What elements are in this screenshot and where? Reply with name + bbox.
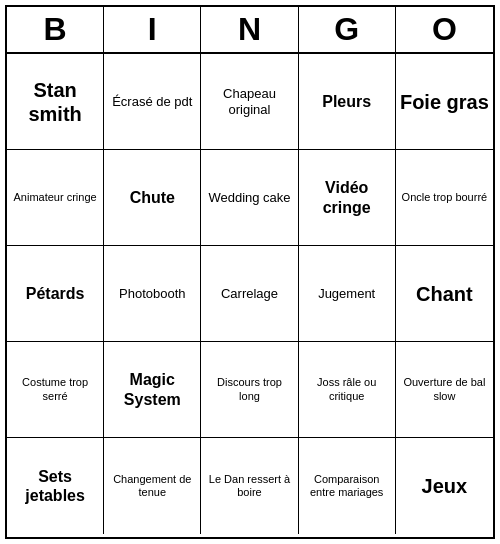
header-b: B	[7, 7, 104, 52]
cell-8[interactable]: Vidéo cringe	[299, 150, 396, 246]
cell-5[interactable]: Animateur cringe	[7, 150, 104, 246]
cell-13[interactable]: Jugement	[299, 246, 396, 342]
header-n: N	[201, 7, 298, 52]
header-i: I	[104, 7, 201, 52]
cell-6[interactable]: Chute	[104, 150, 201, 246]
cell-22[interactable]: Le Dan ressert à boire	[201, 438, 298, 534]
cell-17[interactable]: Discours trop long	[201, 342, 298, 438]
cell-20[interactable]: Sets jetables	[7, 438, 104, 534]
cell-14[interactable]: Chant	[396, 246, 493, 342]
cell-21[interactable]: Changement de tenue	[104, 438, 201, 534]
cell-16[interactable]: Magic System	[104, 342, 201, 438]
cell-4[interactable]: Foie gras	[396, 54, 493, 150]
cell-15[interactable]: Costume trop serré	[7, 342, 104, 438]
cell-12[interactable]: Carrelage	[201, 246, 298, 342]
cell-24[interactable]: Jeux	[396, 438, 493, 534]
cell-0[interactable]: Stan smith	[7, 54, 104, 150]
cell-7[interactable]: Wedding cake	[201, 150, 298, 246]
header-g: G	[299, 7, 396, 52]
header-o: O	[396, 7, 493, 52]
cell-19[interactable]: Ouverture de bal slow	[396, 342, 493, 438]
bingo-card: B I N G O Stan smith Écrasé de pdt Chape…	[5, 5, 495, 539]
cell-23[interactable]: Comparaison entre mariages	[299, 438, 396, 534]
bingo-grid: Stan smith Écrasé de pdt Chapeau origina…	[7, 54, 493, 534]
cell-10[interactable]: Pétards	[7, 246, 104, 342]
cell-2[interactable]: Chapeau original	[201, 54, 298, 150]
cell-18[interactable]: Joss râle ou critique	[299, 342, 396, 438]
cell-1[interactable]: Écrasé de pdt	[104, 54, 201, 150]
cell-11[interactable]: Photobooth	[104, 246, 201, 342]
cell-9[interactable]: Oncle trop bourré	[396, 150, 493, 246]
cell-3[interactable]: Pleurs	[299, 54, 396, 150]
bingo-header: B I N G O	[7, 7, 493, 54]
